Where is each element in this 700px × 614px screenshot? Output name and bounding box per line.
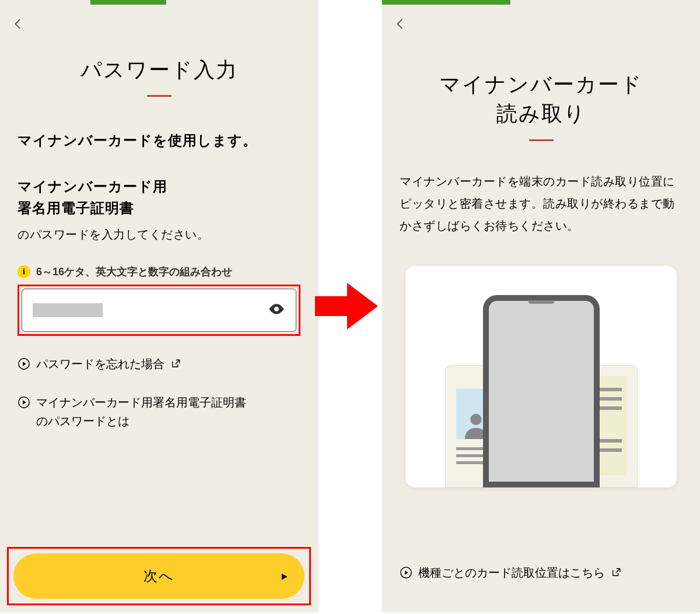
- chevron-left-icon: [12, 17, 24, 30]
- instruction-text: マイナンバーカードを端末のカード読み取り位置にピッタリと密着させます。読み取りが…: [400, 170, 682, 237]
- back-button[interactable]: [394, 17, 411, 35]
- link-card-position-text: 機種ごとのカード読取位置はこちら: [418, 566, 605, 579]
- title-divider: [147, 95, 172, 97]
- subtitle-use-card: マイナンバーカードを使用します。: [18, 129, 300, 152]
- password-hint-text: 6～16ケタ、英大文字と数字の組み合わせ: [36, 265, 232, 279]
- svg-point-0: [274, 307, 279, 311]
- arrow-right-icon: [315, 280, 379, 332]
- password-masked-value: [33, 303, 103, 317]
- page-title: マイナンバーカード 読み取り: [382, 70, 700, 129]
- progress-bar: [90, 0, 166, 5]
- progress-bar: [382, 0, 510, 5]
- external-link-icon: [611, 564, 621, 583]
- external-link-icon: [170, 356, 181, 374]
- password-hint-row: i 6～16ケタ、英大文字と数字の組み合わせ: [18, 265, 300, 279]
- play-circle-icon: [400, 566, 412, 578]
- screen-password-entry: パスワード入力 マイナンバーカードを使用します。 マイナンバーカード用 署名用電…: [0, 0, 318, 612]
- certificate-label-line1: マイナンバーカード用: [18, 178, 167, 194]
- play-circle-icon: [18, 357, 30, 370]
- info-icon: i: [18, 265, 30, 278]
- next-button-label: 次へ: [144, 567, 174, 585]
- title-divider: [529, 139, 554, 141]
- page-title: パスワード入力: [0, 55, 318, 85]
- link-forgot-password[interactable]: パスワードを忘れた場合: [18, 355, 300, 374]
- next-button[interactable]: 次へ: [13, 553, 304, 599]
- phone-graphic: [483, 295, 600, 487]
- page-title-line1: マイナンバーカード: [439, 72, 643, 96]
- certificate-label: マイナンバーカード用 署名用電子証明書: [18, 176, 300, 219]
- password-prompt: のパスワードを入力してください。: [18, 227, 300, 243]
- link-what-is-password[interactable]: マイナンバーカード用署名用電子証明書 のパスワードとは: [18, 393, 300, 430]
- next-button-highlight: 次へ: [7, 547, 311, 605]
- back-button[interactable]: [12, 17, 29, 35]
- password-input-highlight: [18, 285, 300, 336]
- link-what-is-text: マイナンバーカード用署名用電子証明書 のパスワードとは: [36, 393, 246, 430]
- link-forgot-text: パスワードを忘れた場合: [36, 357, 164, 370]
- page-title-line2: 読み取り: [496, 101, 586, 125]
- link-card-position[interactable]: 機種ごとのカード読取位置はこちら: [400, 563, 682, 583]
- card-reading-illustration: [405, 266, 677, 487]
- play-circle-icon: [18, 395, 30, 408]
- certificate-label-line2: 署名用電子証明書: [18, 200, 134, 216]
- password-input[interactable]: [22, 289, 296, 332]
- svg-point-3: [470, 414, 481, 425]
- eye-icon: [268, 300, 285, 318]
- screen-card-reading: マイナンバーカード 読み取り マイナンバーカードを端末のカード読み取り位置にピッ…: [382, 0, 700, 612]
- chevron-left-icon: [394, 17, 407, 30]
- toggle-visibility-button[interactable]: [268, 300, 285, 320]
- triangle-right-icon: [280, 568, 288, 584]
